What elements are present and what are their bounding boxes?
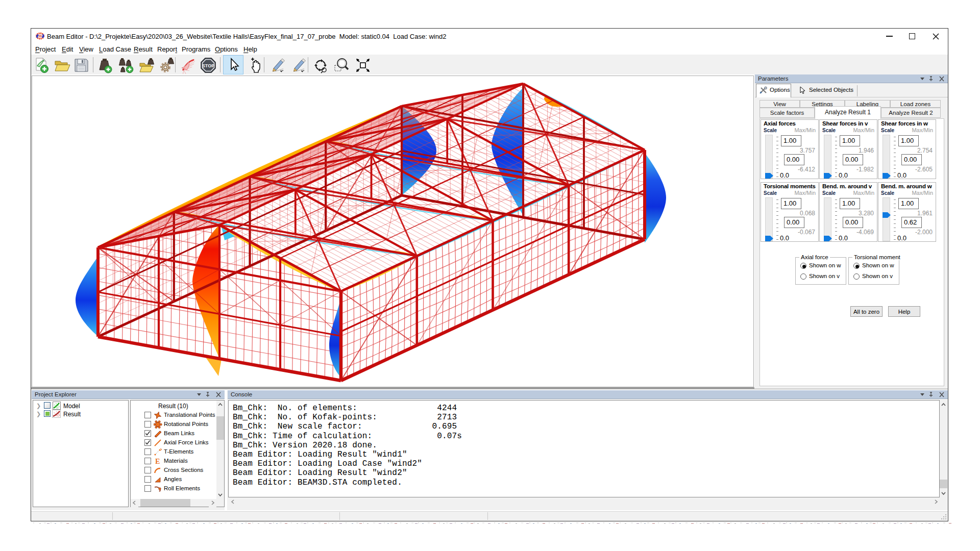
svg-text:E: E [155, 458, 160, 465]
svg-text:STOP: STOP [202, 63, 214, 68]
